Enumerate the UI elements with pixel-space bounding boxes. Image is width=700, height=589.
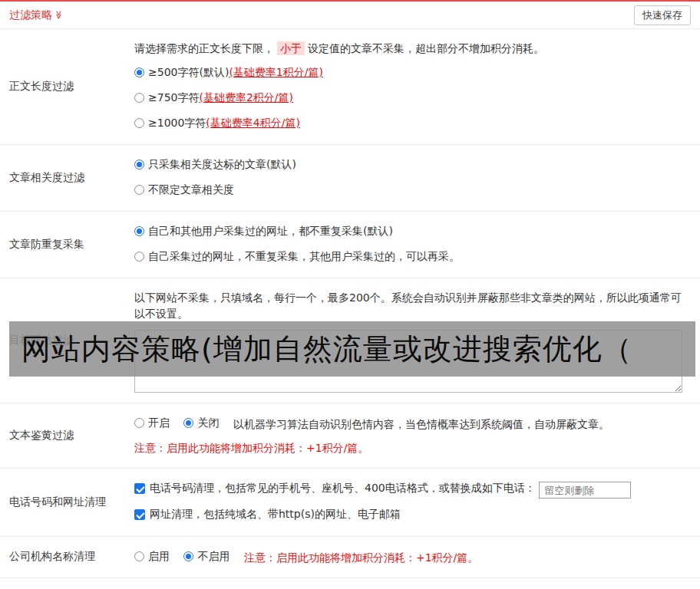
porn-filter-description: 以机器学习算法自动识别色情内容，当色情概率达到系统阈值，自动屏蔽文章。 xyxy=(233,418,609,430)
radio-label-company-disable: 不启用 xyxy=(197,548,229,564)
phone-clean-option: 电话号码清理，包括常见的手机号、座机号、400电话格式，或替换成如下电话： xyxy=(134,480,691,499)
porn-filter-options: 开启 关闭 以机器学习算法自动识别色情内容，当色情概率达到系统阈值，自动屏蔽文章… xyxy=(134,415,691,433)
rate-note-1000: (基础费率4积分/篇) xyxy=(206,115,300,131)
radio-option-dedup-all[interactable]: 自己和其他用户采集过的网址，都不重复采集(默认) xyxy=(134,223,691,241)
radio-icon-relevance-any[interactable] xyxy=(134,185,144,195)
radio-option-company-disable[interactable]: 不启用 xyxy=(183,548,229,564)
radio-option-750[interactable]: ≥750字符 (基础费率2积分/篇) xyxy=(134,90,691,107)
radio-icon-dedup-all[interactable] xyxy=(134,226,144,236)
label-body-length-filter: 正文长度过滤 xyxy=(0,29,134,144)
radio-option-porn-on[interactable]: 开启 xyxy=(134,415,170,431)
row-keyword-dedup: 关键词防重复采集 私有词库中每个关键词最多允许采集篇文章。 如果留空或设为0，则… xyxy=(0,578,700,589)
label-porn-filter: 文本鉴黄过滤 xyxy=(0,403,134,468)
row-body-length-filter: 正文长度过滤 请选择需求的正文长度下限，小于设定值的文章不采集，超出部分不增加积… xyxy=(0,29,700,145)
page-title[interactable]: 过滤策略≫ xyxy=(9,8,64,22)
radio-label-dedup-all: 自己和其他用户采集过的网址，都不重复采集(默认) xyxy=(148,223,393,239)
radio-icon-company-disable[interactable] xyxy=(183,551,193,561)
phone-replace-input[interactable] xyxy=(539,482,631,499)
label-keyword-dedup: 关键词防重复采集 xyxy=(0,578,134,589)
phone-clean-checkbox-icon[interactable] xyxy=(134,483,145,494)
radio-label-porn-off: 关闭 xyxy=(197,415,219,431)
radio-option-company-enable[interactable]: 启用 xyxy=(134,548,170,564)
overlay-banner: 网站内容策略(增加自然流量或改进搜索优化（ xyxy=(9,321,695,377)
radio-label-750: ≥750字符 xyxy=(148,90,199,106)
radio-option-500[interactable]: ≥500字符(默认) (基础费率1积分/篇) xyxy=(134,64,691,82)
radio-label-porn-on: 开启 xyxy=(148,415,170,431)
intro-post-text: 设定值的文章不采集，超出部分不增加积分消耗。 xyxy=(308,42,544,54)
row-dedup-filter: 文章防重复采集 自己和其他用户采集过的网址，都不重复采集(默认) 自己采集过的网… xyxy=(0,212,700,278)
radio-label-dedup-self: 自己采集过的网址，不重复采集，其他用户采集过的，可以再采。 xyxy=(148,248,460,265)
target-site-description: 以下网站不采集，只填域名，每行一个，最多200个。系统会自动识别并屏蔽那些非文章… xyxy=(134,290,684,322)
radio-label-1000: ≥1000字符 xyxy=(148,115,206,131)
label-phone-url-clean: 电话号码和网址清理 xyxy=(0,469,134,536)
page-header: 过滤策略≫ 快速保存 xyxy=(0,2,700,29)
row-phone-url-clean: 电话号码和网址清理 电话号码清理，包括常见的手机号、座机号、400电话格式，或替… xyxy=(0,469,700,537)
row-company-clean: 公司机构名称清理 启用 不启用 注意：启用此功能将增加积分消耗：+1积分/篇。 xyxy=(0,537,700,578)
radio-icon-company-enable[interactable] xyxy=(134,551,144,561)
less-than-highlight: 小于 xyxy=(277,41,305,55)
company-clean-options: 启用 不启用 注意：启用此功能将增加积分消耗：+1积分/篇。 xyxy=(134,548,691,566)
radio-label-relevance-any: 不限定文章相关度 xyxy=(148,182,234,198)
row-porn-filter: 文本鉴黄过滤 开启 关闭 以机器学习算法自动识别色情内容，当色情概率达到系统阈值… xyxy=(0,403,700,469)
label-company-clean: 公司机构名称清理 xyxy=(0,537,134,577)
quick-save-button[interactable]: 快速保存 xyxy=(634,5,691,25)
url-clean-checkbox-option[interactable]: 网址清理，包括纯域名、带http(s)的网址、电子邮箱 xyxy=(134,506,401,522)
radio-option-1000[interactable]: ≥1000字符 (基础费率4积分/篇) xyxy=(134,115,691,133)
overlay-banner-text: 网站内容策略(增加自然流量或改进搜索优化（ xyxy=(9,330,632,369)
radio-icon-dedup-self[interactable] xyxy=(134,252,144,262)
radio-icon-500[interactable] xyxy=(134,67,144,77)
radio-label-500: ≥500字符(默认) xyxy=(148,64,229,81)
radio-icon-relevance-strict[interactable] xyxy=(134,160,144,169)
radio-option-relevance-any[interactable]: 不限定文章相关度 xyxy=(134,182,691,199)
radio-icon-1000[interactable] xyxy=(134,118,144,128)
rate-note-500: (基础费率1积分/篇) xyxy=(229,64,323,81)
radio-label-relevance-strict: 只采集相关度达标的文章(默认) xyxy=(148,156,296,173)
radio-icon-porn-on[interactable] xyxy=(134,418,144,428)
collapse-chevron-icon: ≫ xyxy=(54,10,64,19)
company-clean-note: 注意：启用此功能将增加积分消耗：+1积分/篇。 xyxy=(244,551,478,564)
radio-label-company-enable: 启用 xyxy=(148,548,170,564)
radio-option-dedup-self[interactable]: 自己采集过的网址，不重复采集，其他用户采集过的，可以再采。 xyxy=(134,248,691,266)
url-clean-checkbox-icon[interactable] xyxy=(134,509,145,520)
rate-note-750: (基础费率2积分/篇) xyxy=(199,90,293,106)
radio-option-relevance-strict[interactable]: 只采集相关度达标的文章(默认) xyxy=(134,156,691,174)
row-relevance-filter: 文章相关度过滤 只采集相关度达标的文章(默认) 不限定文章相关度 xyxy=(0,145,700,212)
phone-clean-label: 电话号码清理，包括常见的手机号、座机号、400电话格式，或替换成如下电话： xyxy=(150,480,536,496)
radio-icon-750[interactable] xyxy=(134,93,144,103)
radio-icon-porn-off[interactable] xyxy=(183,418,193,428)
label-dedup-filter: 文章防重复采集 xyxy=(0,212,134,278)
radio-option-porn-off[interactable]: 关闭 xyxy=(183,415,219,431)
page-title-text: 过滤策略 xyxy=(9,8,52,21)
phone-clean-checkbox-option[interactable]: 电话号码清理，包括常见的手机号、座机号、400电话格式，或替换成如下电话： xyxy=(134,480,536,496)
label-relevance-filter: 文章相关度过滤 xyxy=(0,145,134,211)
intro-pre-text: 请选择需求的正文长度下限， xyxy=(134,42,274,54)
filter-strategy-page: 过滤策略≫ 快速保存 正文长度过滤 请选择需求的正文长度下限，小于设定值的文章不… xyxy=(0,0,700,589)
porn-filter-note: 注意：启用此功能将增加积分消耗：+1积分/篇。 xyxy=(134,440,691,456)
row-target-site-filter: 目标网站过滤 以下网站不采集，只填域名，每行一个，最多200个。系统会自动识别并… xyxy=(0,278,700,403)
url-clean-label: 网址清理，包括纯域名、带http(s)的网址、电子邮箱 xyxy=(150,506,401,522)
length-filter-intro: 请选择需求的正文长度下限，小于设定值的文章不采集，超出部分不增加积分消耗。 xyxy=(134,41,691,57)
url-clean-option: 网址清理，包括纯域名、带http(s)的网址、电子邮箱 xyxy=(134,506,691,525)
